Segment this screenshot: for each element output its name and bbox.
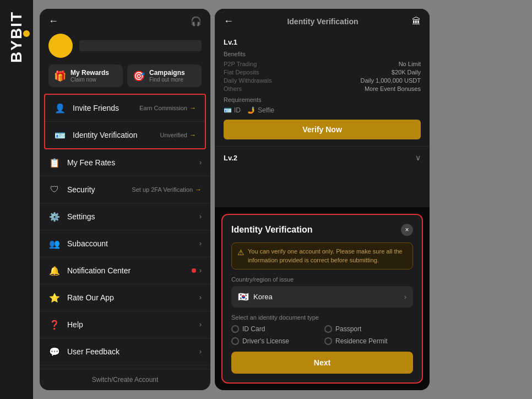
menu-item-identity-verification[interactable]: 🪪 Identity Verification Unverified → xyxy=(45,122,205,148)
security-right: Set up 2FA Verification → xyxy=(132,186,202,193)
benefit-key-deposits: Fiat Deposits xyxy=(224,69,259,76)
id-icon: 🏛 xyxy=(412,17,421,26)
req-icons: 🪪 ID 🤳 Selfie xyxy=(224,106,421,114)
security-icon: 🛡 xyxy=(48,184,61,196)
id-req-icon: 🪪 xyxy=(224,106,232,114)
switch-account[interactable]: Switch/Create Account xyxy=(40,369,210,390)
country-select[interactable]: 🇰🇷 Korea › xyxy=(231,286,413,308)
benefit-val-others: More Event Bonuses xyxy=(365,85,421,92)
identity-label: Identity Verification xyxy=(73,131,160,139)
menu-item-user-feedback[interactable]: 💬 User Feedback › xyxy=(40,338,210,365)
rewards-row: 🎁 My Rewards Claim now 🎯 Campaigns Find … xyxy=(40,64,210,94)
identity-arrow: → xyxy=(189,131,196,139)
radio-passport[interactable] xyxy=(324,325,332,333)
my-rewards-card[interactable]: 🎁 My Rewards Claim now xyxy=(48,64,123,87)
doc-residence-permit-label: Residence Permit xyxy=(335,337,388,345)
menu-item-notification[interactable]: 🔔 Notification Center › xyxy=(40,257,210,284)
country-flag: 🇰🇷 xyxy=(238,292,249,302)
benefit-row-withdrawals: Daily Withdrawals Daily 1,000,000 USDT xyxy=(224,77,421,84)
lv2-chevron: ∨ xyxy=(415,153,421,162)
back-button[interactable]: ← xyxy=(48,15,58,27)
campaigns-title: Campaigns xyxy=(149,69,185,77)
rewards-icon: 🎁 xyxy=(54,70,66,82)
doc-drivers-license-label: Driver's License xyxy=(242,337,289,345)
security-arrow: → xyxy=(195,186,202,193)
fee-rates-chevron: › xyxy=(199,159,202,166)
doc-option-passport[interactable]: Passport xyxy=(324,325,413,333)
settings-chevron: › xyxy=(199,213,202,220)
brand-bar: BYBIT xyxy=(0,0,33,399)
invite-friends-right: Earn Commission → xyxy=(139,104,196,112)
settings-icon: ⚙️ xyxy=(48,211,61,223)
identity-modal: Identity Verification × ⚠ You can verify… xyxy=(221,214,423,384)
notification-label: Notification Center xyxy=(67,266,192,275)
menu-item-fee-rates[interactable]: 📋 My Fee Rates › xyxy=(40,149,210,176)
doc-option-residence-permit[interactable]: Residence Permit xyxy=(324,337,413,345)
security-label: Security xyxy=(67,185,132,194)
campaigns-icon: 🎯 xyxy=(133,70,145,82)
country-name: Korea xyxy=(253,293,400,301)
menu-item-help[interactable]: ❓ Help › xyxy=(40,311,210,338)
doc-passport-label: Passport xyxy=(335,325,361,333)
notification-chevron: › xyxy=(199,267,202,274)
user-feedback-chevron: › xyxy=(199,348,202,355)
highlight-box: 👤 Invite Friends Earn Commission → 🪪 Ide… xyxy=(44,94,206,149)
modal-header: Identity Verification × xyxy=(231,224,413,236)
menu-section: 👤 Invite Friends Earn Commission → 🪪 Ide… xyxy=(40,94,210,369)
warning-icon: ⚠ xyxy=(237,248,245,257)
user-feedback-icon: 💬 xyxy=(48,346,61,358)
benefit-val-deposits: $20K Daily xyxy=(392,69,421,76)
doc-type-label: Select an identity document type xyxy=(231,314,413,321)
verify-now-button[interactable]: Verify Now xyxy=(224,120,421,139)
modal-overlay: Identity Verification × ⚠ You can verify… xyxy=(215,207,430,390)
right-phone: ← Identity Verification 🏛 Lv.1 Benefits … xyxy=(215,9,430,390)
doc-id-card-label: ID Card xyxy=(242,325,265,333)
radio-residence-permit[interactable] xyxy=(324,337,332,345)
menu-item-security[interactable]: 🛡 Security Set up 2FA Verification → xyxy=(40,176,210,203)
support-icon[interactable]: 🎧 xyxy=(191,16,202,26)
benefit-key-p2p: P2P Trading xyxy=(224,61,257,67)
rate-app-chevron: › xyxy=(199,294,202,301)
avatar xyxy=(48,34,73,58)
campaigns-sub: Find out more xyxy=(149,77,185,83)
country-label: Country/region of issue xyxy=(231,276,413,283)
selfie-req-label: Selfie xyxy=(258,106,274,114)
page-title: Identity Verification xyxy=(287,17,358,26)
selfie-req-icon: 🤳 xyxy=(247,106,256,114)
requirements-title: Requirements xyxy=(224,96,421,103)
right-back-button[interactable]: ← xyxy=(224,15,234,27)
menu-item-invite-friends[interactable]: 👤 Invite Friends Earn Commission → xyxy=(45,95,205,122)
lv1-section: Lv.1 Benefits P2P Trading No Limit Fiat … xyxy=(215,31,430,147)
fee-rates-label: My Fee Rates xyxy=(67,158,199,167)
menu-item-rate-app[interactable]: ⭐ Rate Our App › xyxy=(40,284,210,311)
username-bar xyxy=(79,40,202,51)
fee-rates-icon: 📋 xyxy=(48,157,61,169)
menu-item-settings[interactable]: ⚙️ Settings › xyxy=(40,203,210,230)
campaigns-info: Campaigns Find out more xyxy=(149,69,185,83)
settings-label: Settings xyxy=(67,212,199,221)
next-button[interactable]: Next xyxy=(231,352,413,374)
campaigns-card[interactable]: 🎯 Campaigns Find out more xyxy=(127,64,202,87)
rewards-info: My Rewards Claim now xyxy=(70,69,109,83)
subaccount-chevron: › xyxy=(199,240,202,247)
modal-close-button[interactable]: × xyxy=(401,224,413,236)
country-chevron: › xyxy=(404,293,406,301)
rate-app-icon: ⭐ xyxy=(48,292,61,304)
benefit-val-withdrawals: Daily 1,000,000 USDT xyxy=(361,77,421,84)
invite-friends-arrow: → xyxy=(189,104,196,112)
subaccount-label: Subaccount xyxy=(67,239,199,248)
radio-id-card[interactable] xyxy=(231,325,239,333)
req-selfie: 🤳 Selfie xyxy=(247,106,274,114)
help-icon: ❓ xyxy=(48,319,61,331)
doc-option-drivers-license[interactable]: Driver's License xyxy=(231,337,320,345)
menu-item-about-us[interactable]: ℹ️ About Us › xyxy=(40,365,210,369)
menu-item-subaccount[interactable]: 👥 Subaccount › xyxy=(40,230,210,257)
user-feedback-label: User Feedback xyxy=(67,347,199,356)
left-phone-header: ← 🎧 xyxy=(40,9,210,31)
doc-options: ID Card Passport Driver's License Reside… xyxy=(231,325,413,345)
notification-badge xyxy=(192,268,196,273)
radio-drivers-license[interactable] xyxy=(231,337,239,345)
lv1-title: Lv.1 xyxy=(224,38,421,46)
benefit-key-withdrawals: Daily Withdrawals xyxy=(224,77,272,84)
doc-option-id-card[interactable]: ID Card xyxy=(231,325,320,333)
